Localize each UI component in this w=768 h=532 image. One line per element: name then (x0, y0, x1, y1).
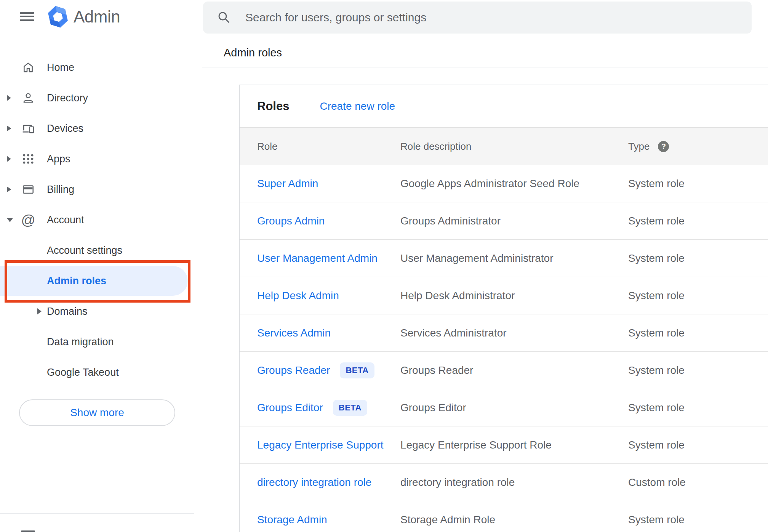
table-header-row: Role Role description Type ? (240, 127, 768, 165)
sidebar-item-label: Apps (47, 153, 70, 165)
sidebar-item-label: Admin roles (47, 275, 106, 287)
roles-panel-header: Roles Create new role (240, 85, 768, 127)
credit-card-icon (21, 183, 35, 196)
role-type: System role (628, 439, 768, 451)
table-row: directory integration role directory int… (240, 464, 768, 501)
expand-arrow-icon[interactable] (37, 308, 42, 314)
sidebar-nav: Home Directory (0, 52, 202, 388)
role-link[interactable]: Storage Admin (257, 514, 327, 526)
role-description: Groups Administrator (400, 215, 628, 227)
role-description: Google Apps Administrator Seed Role (400, 178, 628, 190)
sidebar-bottom-divider (0, 513, 194, 514)
sidebar-item-billing[interactable]: Billing (0, 174, 202, 205)
breadcrumb: Admin roles (224, 46, 282, 59)
table-row: Groups Editor BETA Groups Editor System … (240, 389, 768, 426)
sidebar-item-label: Devices (47, 123, 83, 135)
role-link[interactable]: directory integration role (257, 476, 371, 489)
role-description: Services Administrator (400, 327, 628, 339)
role-type: System role (628, 402, 768, 414)
role-type: System role (628, 327, 768, 339)
column-header-description: Role description (400, 141, 628, 152)
at-sign-icon: @ (21, 213, 35, 227)
hamburger-menu-icon[interactable] (20, 12, 34, 21)
sidebar-item-data-migration[interactable]: Data migration (0, 327, 202, 357)
beta-badge: BETA (340, 362, 374, 378)
role-link[interactable]: Groups Editor (257, 402, 323, 414)
person-icon (21, 91, 35, 105)
sidebar-item-label: Directory (47, 92, 88, 104)
expand-arrow-icon[interactable] (7, 125, 11, 131)
sidebar-item-account-settings[interactable]: Account settings (0, 235, 202, 266)
sidebar-item-admin-roles[interactable]: Admin roles (0, 266, 202, 296)
admin-hexagon-logo-icon (48, 5, 68, 28)
header-divider (202, 67, 768, 67)
app-title: Admin (74, 7, 120, 26)
beta-badge: BETA (333, 400, 367, 416)
role-description: Legacy Enterprise Support Role (400, 439, 628, 451)
role-description: directory integration role (400, 476, 628, 489)
table-row: Groups Reader BETA Groups Reader System … (240, 352, 768, 389)
home-icon (21, 61, 35, 74)
role-type: System role (628, 364, 768, 377)
devices-icon (21, 122, 35, 135)
sidebar-item-account[interactable]: @ Account (0, 205, 202, 235)
search-bar[interactable] (203, 2, 752, 34)
sidebar-item-directory[interactable]: Directory (0, 83, 202, 113)
role-description: Help Desk Administrator (400, 290, 628, 302)
sidebar-item-home[interactable]: Home (0, 52, 202, 83)
sidebar-item-google-takeout[interactable]: Google Takeout (0, 357, 202, 388)
role-type: System role (628, 252, 768, 264)
expand-arrow-icon[interactable] (7, 156, 11, 162)
expand-arrow-icon[interactable] (7, 186, 11, 192)
role-link[interactable]: Help Desk Admin (257, 290, 339, 302)
role-link[interactable]: User Management Admin (257, 252, 378, 264)
table-row: Services Admin Services Administrator Sy… (240, 314, 768, 352)
sidebar: Admin Home Directory (0, 0, 202, 532)
role-description: User Management Administrator (400, 252, 628, 264)
table-row: Super Admin Google Apps Administrator Se… (240, 165, 768, 202)
create-new-role-link[interactable]: Create new role (320, 100, 395, 112)
sidebar-item-label: Google Takeout (47, 367, 119, 378)
role-link[interactable]: Groups Admin (257, 215, 325, 227)
panel-title: Roles (257, 99, 289, 113)
role-type: System role (628, 290, 768, 302)
sidebar-item-label: Domains (47, 306, 88, 317)
show-more-button[interactable]: Show more (19, 399, 175, 426)
admin-console-screen: Admin Home Directory (0, 0, 768, 532)
role-link[interactable]: Services Admin (257, 327, 331, 339)
role-type: System role (628, 215, 768, 227)
admin-logo: Admin (48, 5, 120, 28)
sidebar-item-apps[interactable]: Apps (0, 144, 202, 174)
role-link[interactable]: Legacy Enterprise Support (257, 439, 384, 451)
table-row: Legacy Enterprise Support Legacy Enterpr… (240, 426, 768, 464)
sidebar-item-domains[interactable]: Domains (0, 296, 202, 327)
expand-arrow-icon[interactable] (7, 95, 11, 101)
role-description: Storage Admin Role (400, 514, 628, 526)
role-type: Custom role (628, 476, 768, 489)
table-row: User Management Admin User Management Ad… (240, 240, 768, 277)
cut-off-icon (21, 530, 35, 532)
role-type: System role (628, 178, 768, 190)
role-description: Groups Editor (400, 402, 628, 414)
search-input[interactable] (245, 11, 740, 24)
collapse-arrow-icon[interactable] (7, 218, 13, 222)
sidebar-item-label: Data migration (47, 336, 114, 348)
role-description: Groups Reader (400, 364, 628, 377)
column-header-role: Role (257, 141, 400, 152)
table-row: Help Desk Admin Help Desk Administrator … (240, 277, 768, 314)
table-row: Groups Admin Groups Administrator System… (240, 202, 768, 240)
sidebar-item-label: Billing (47, 184, 74, 195)
role-link[interactable]: Groups Reader (257, 364, 330, 377)
sidebar-item-label: Home (47, 62, 74, 74)
sidebar-item-label: Account settings (47, 245, 122, 256)
role-link[interactable]: Super Admin (257, 178, 318, 190)
sidebar-item-label: Account (47, 214, 84, 226)
sidebar-item-devices[interactable]: Devices (0, 113, 202, 144)
help-icon[interactable]: ? (658, 141, 669, 152)
table-row: Storage Admin Storage Admin Role System … (240, 501, 768, 532)
role-type: System role (628, 514, 768, 526)
apps-grid-icon (21, 152, 35, 166)
column-header-type: Type (628, 141, 650, 152)
search-icon (217, 11, 231, 24)
roles-panel: Roles Create new role Role Role descript… (239, 85, 768, 532)
